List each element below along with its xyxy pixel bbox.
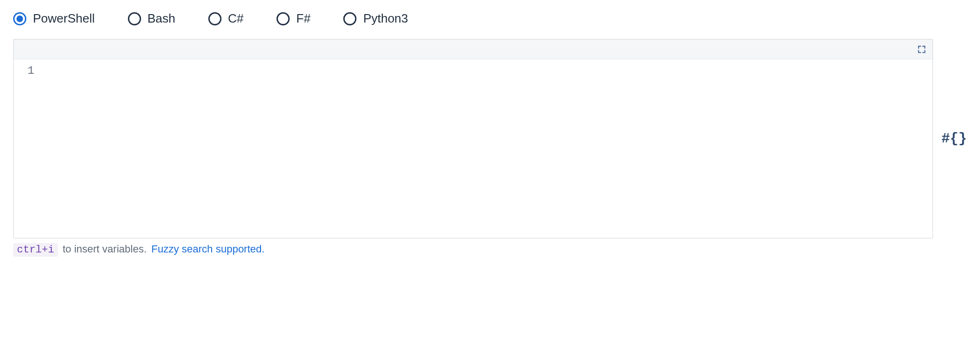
language-radio-label: PowerShell bbox=[33, 11, 95, 26]
line-number-gutter: 1 bbox=[14, 59, 40, 238]
insert-variable-token-button[interactable]: #{} bbox=[941, 131, 967, 147]
hint-row: ctrl+i to insert variables. Fuzzy search… bbox=[13, 243, 967, 257]
language-radio-bash[interactable]: Bash bbox=[128, 11, 175, 26]
fullscreen-icon[interactable] bbox=[917, 44, 927, 55]
radio-unselected-icon bbox=[343, 12, 356, 25]
language-radio-label: C# bbox=[228, 11, 244, 26]
radio-unselected-icon bbox=[128, 12, 141, 25]
radio-unselected-icon bbox=[277, 12, 290, 25]
code-editor-panel: 1 bbox=[13, 39, 933, 238]
radio-unselected-icon bbox=[208, 12, 221, 25]
language-radio-label: Python3 bbox=[363, 11, 408, 26]
language-radio-powershell[interactable]: PowerShell bbox=[13, 11, 95, 26]
language-radio-python3[interactable]: Python3 bbox=[343, 11, 408, 26]
fuzzy-search-link[interactable]: Fuzzy search supported. bbox=[151, 243, 265, 255]
language-radio-fsharp[interactable]: F# bbox=[277, 11, 310, 26]
script-editor-section: PowerShellBashC#F#Python3 1 #{} bbox=[0, 0, 980, 257]
kbd-shortcut: ctrl+i bbox=[13, 243, 58, 257]
line-number: 1 bbox=[14, 63, 34, 79]
editor-toolbar bbox=[14, 39, 933, 59]
language-radio-label: Bash bbox=[148, 11, 175, 26]
language-radio-csharp[interactable]: C# bbox=[208, 11, 244, 26]
language-radio-group: PowerShellBashC#F#Python3 bbox=[13, 11, 967, 26]
hint-text: to insert variables. bbox=[63, 243, 147, 255]
editor-wrap: 1 #{} bbox=[13, 39, 967, 238]
radio-selected-icon bbox=[13, 12, 26, 25]
language-radio-label: F# bbox=[296, 11, 310, 26]
code-textarea[interactable] bbox=[40, 59, 933, 238]
editor-body: 1 bbox=[14, 59, 933, 238]
